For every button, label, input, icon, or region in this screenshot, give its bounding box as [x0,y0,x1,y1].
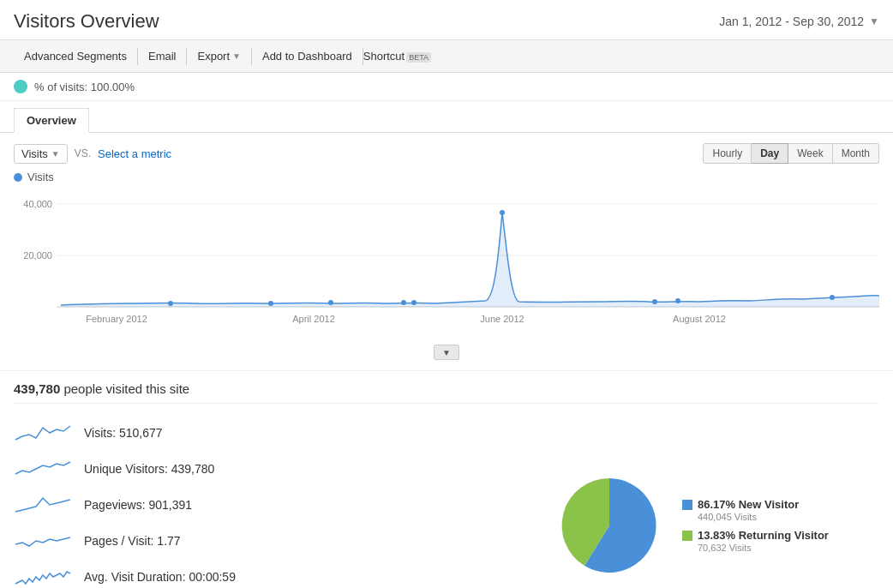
visits-legend-label: Visits [27,171,54,183]
stat-label-pageviews: Pageviews: 901,391 [84,498,192,512]
time-btn-day[interactable]: Day [752,143,788,164]
x-label-feb: February 2012 [86,314,147,324]
advanced-segments-button[interactable]: Advanced Segments [14,45,137,67]
chart-controls: Visits ▼ VS. Select a metric Hourly Day … [14,143,879,164]
export-button[interactable]: Export ▼ [187,45,250,67]
data-point-3 [328,300,333,305]
sparkline-duration [14,565,74,588]
x-label-aug: August 2012 [673,314,726,324]
vs-label: VS. [75,147,91,159]
stat-label-visits: Visits: 510,677 [84,426,163,440]
chart-area: 40,000 20,000 February 2012 April 2012 J… [14,187,879,341]
segment-circle-icon [14,80,27,93]
stat-row-visits: Visits: 510,677 [14,417,554,448]
time-btn-week[interactable]: Week [788,143,832,164]
export-label: Export [197,50,230,63]
segment-bar: % of visits: 100.00% [0,73,893,101]
metric-dropdown-icon: ▼ [51,149,60,159]
visits-legend-dot [14,173,22,182]
stat-label-duration: Avg. Visit Duration: 00:00:59 [84,570,236,584]
stat-row-unique: Unique Visitors: 439,780 [14,453,554,484]
page-title: Visitors Overview [14,10,159,33]
legend-label-new: 86.17% New Visitor [698,498,799,511]
expand-button-container: ▼ [14,345,879,360]
legend-square-new [682,500,692,510]
stats-left: Visits: 510,677 Unique Visitors: 439,780… [14,417,554,588]
shortcut-button[interactable]: Shortcut BETA [363,50,431,63]
data-point-6 [652,299,657,304]
export-dropdown-icon: ▼ [232,51,241,61]
date-range-arrow-icon: ▼ [869,15,879,27]
segment-text: % of visits: 100.00% [34,81,135,93]
y-label-20k: 20,000 [23,250,52,261]
stats-section: 439,780 people visited this site Visits:… [0,371,893,588]
data-point-7 [675,298,680,303]
legend-sub-new: 440,045 Visits [682,512,829,522]
expand-chart-button[interactable]: ▼ [434,345,459,360]
toolbar: Advanced Segments Email Export ▼ Add to … [0,40,893,73]
legend-label-returning: 13.83% Returning Visitor [698,529,829,542]
visitors-count: 439,780 [14,381,60,396]
legend-item-new: 86.17% New Visitor 440,045 Visits [682,498,829,522]
stats-right: 86.17% New Visitor 440,045 Visits 13.83%… [554,417,879,588]
y-label-40k: 40,000 [23,199,52,209]
date-range-selector[interactable]: Jan 1, 2012 - Sep 30, 2012 ▼ [719,15,879,28]
data-point-4 [401,300,406,305]
data-point-8 [830,295,835,300]
header: Visitors Overview Jan 1, 2012 - Sep 30, … [0,0,893,40]
stat-row-duration: Avg. Visit Duration: 00:00:59 [14,561,554,588]
time-buttons: Hourly Day Week Month [703,143,879,164]
stats-grid: Visits: 510,677 Unique Visitors: 439,780… [14,417,879,588]
data-point-1 [168,301,173,306]
x-label-apr: April 2012 [292,314,335,324]
legend-item-returning: 13.83% Returning Visitor 70,632 Visits [682,529,829,553]
sparkline-pages-visit [14,529,74,553]
sparkline-visits [14,421,74,445]
data-point-5 [411,300,417,305]
data-point-2 [268,301,273,306]
metric-selector: Visits ▼ VS. Select a metric [14,144,171,164]
stat-row-pages-visit: Pages / Visit: 1.77 [14,525,554,556]
chart-section: Visits ▼ VS. Select a metric Hourly Day … [0,133,893,371]
beta-badge: BETA [406,52,431,63]
sparkline-unique [14,457,74,481]
legend-row-new: 86.17% New Visitor [682,498,829,511]
chart-line [61,213,879,305]
tab-overview[interactable]: Overview [14,108,89,133]
shortcut-label: Shortcut [363,50,405,63]
data-point-spike [500,210,505,215]
stat-row-pageviews: Pageviews: 901,391 [14,489,554,520]
time-btn-month[interactable]: Month [833,143,879,164]
metric-label: Visits [21,147,48,160]
email-button[interactable]: Email [138,45,187,67]
pie-legend: 86.17% New Visitor 440,045 Visits 13.83%… [682,498,829,553]
pie-chart-container [554,470,665,581]
metric-dropdown[interactable]: Visits ▼ [14,144,68,164]
tabs-container: Overview [0,101,893,133]
visits-legend: Visits [14,171,879,183]
select-metric-link[interactable]: Select a metric [98,147,171,160]
chart-svg: 40,000 20,000 February 2012 April 2012 J… [14,187,879,341]
x-label-jun: June 2012 [480,314,524,324]
time-btn-hourly[interactable]: Hourly [703,143,752,164]
legend-row-returning: 13.83% Returning Visitor [682,529,829,542]
stat-label-unique: Unique Visitors: 439,780 [84,462,214,476]
legend-square-returning [682,531,692,541]
legend-sub-returning: 70,632 Visits [682,543,829,553]
date-range-text: Jan 1, 2012 - Sep 30, 2012 [719,15,864,28]
chart-area-fill [61,213,879,307]
visitors-headline: 439,780 people visited this site [14,381,879,404]
add-to-dashboard-button[interactable]: Add to Dashboard [252,45,363,67]
pie-chart-svg [554,470,665,581]
visitors-headline-text: people visited this site [63,381,189,396]
stat-label-pages-visit: Pages / Visit: 1.77 [84,534,181,548]
sparkline-pageviews [14,493,74,517]
